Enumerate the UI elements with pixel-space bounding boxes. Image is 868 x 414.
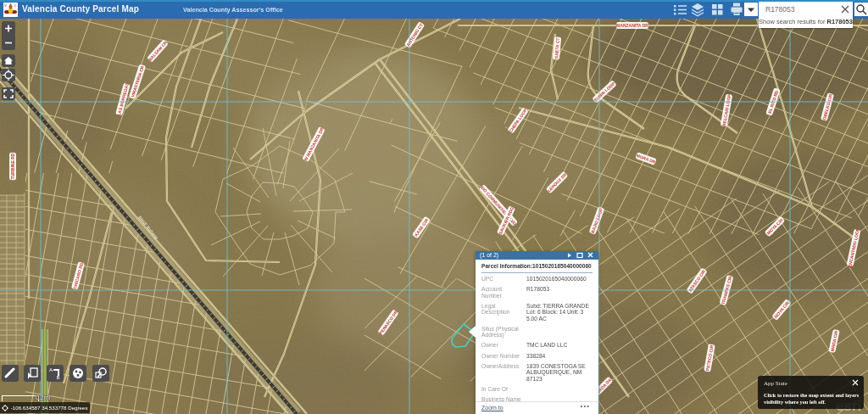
svg-text:TURBINE RD: TURBINE RD [10, 153, 15, 179]
svg-text:B: B [57, 375, 60, 380]
svg-text:V: V [4, 3, 7, 8]
svg-text:C: C [14, 3, 17, 8]
svg-text:MANZANITA DR: MANZANITA DR [616, 23, 648, 28]
svg-text:A: A [49, 367, 53, 372]
